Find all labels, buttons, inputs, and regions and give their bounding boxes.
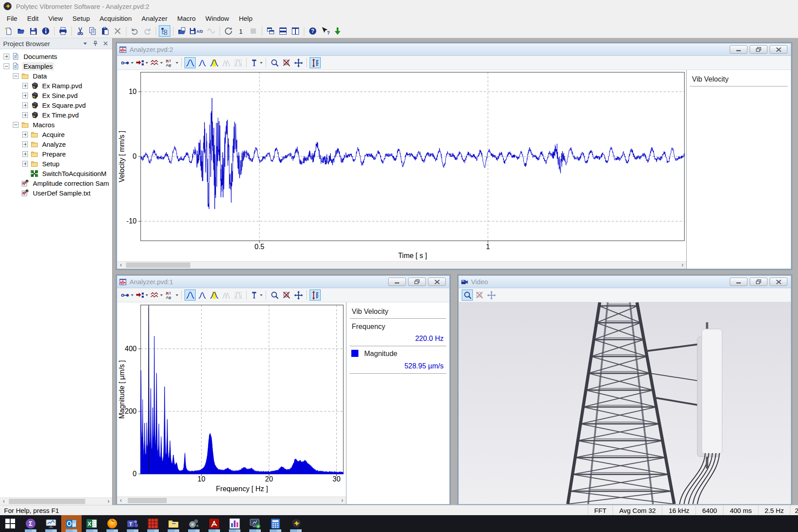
- bell-icon[interactable]: [185, 289, 196, 301]
- taskbar-firefox-app[interactable]: [102, 515, 122, 532]
- paste-icon[interactable]: [99, 25, 111, 37]
- scroll-left-icon[interactable]: ‹: [0, 498, 8, 505]
- cascade-windows-icon[interactable]: [265, 25, 276, 37]
- minimize-icon[interactable]: [730, 278, 747, 286]
- expand-icon[interactable]: [22, 112, 28, 118]
- expand-icon[interactable]: [4, 54, 9, 59]
- taskbar-outlook-app[interactable]: [61, 515, 82, 532]
- menu-item-view[interactable]: View: [43, 13, 67, 23]
- tree-item-ex-time-pvd[interactable]: Ex Time.pvd: [0, 110, 112, 120]
- taskbar-remote-desktop-app[interactable]: [245, 515, 265, 532]
- chevron-down-icon[interactable]: [145, 294, 148, 296]
- tree-item-ex-square-pvd[interactable]: Ex Square.pvd: [0, 100, 112, 110]
- menu-item-edit[interactable]: Edit: [22, 13, 43, 23]
- wave-icon[interactable]: [205, 25, 217, 37]
- bell-grey-icon[interactable]: [220, 57, 232, 68]
- taskbar-utility-app[interactable]: [184, 515, 204, 532]
- zoom-off-icon[interactable]: [281, 57, 292, 68]
- menu-item-macro[interactable]: Macro: [172, 13, 200, 23]
- tile-vertical-icon[interactable]: [290, 25, 301, 37]
- collapse-icon[interactable]: [13, 73, 19, 79]
- save-icon[interactable]: [28, 25, 39, 37]
- video-titlebar[interactable]: Video: [459, 276, 791, 288]
- taskbar-calculator-app[interactable]: [265, 515, 286, 532]
- expand-icon[interactable]: [22, 83, 28, 89]
- analyzer2-titlebar[interactable]: Analyzer.pvd:2: [117, 43, 791, 56]
- bell-yellow-icon[interactable]: [208, 57, 220, 68]
- delete-icon[interactable]: [112, 25, 123, 37]
- tree-item-switchtoacquisitionm[interactable]: SwitchToAcquisitionM: [0, 168, 112, 178]
- tree-item-userdef-sample-txt[interactable]: UserDef Sample.txt: [0, 188, 112, 198]
- menu-item-window[interactable]: Window: [200, 13, 234, 23]
- bell-cursor-icon[interactable]: [232, 57, 244, 68]
- acquisition-count-label[interactable]: 1: [235, 25, 247, 37]
- chevron-down-icon[interactable]: [160, 62, 163, 64]
- minimize-icon[interactable]: [388, 278, 406, 286]
- context-help-icon[interactable]: ?: [319, 25, 331, 37]
- taskbar-sigma-app[interactable]: Σ: [20, 515, 41, 532]
- project-browser-hscrollbar[interactable]: ‹›: [0, 497, 112, 505]
- scroll-thumb[interactable]: [9, 499, 85, 504]
- expand-icon[interactable]: [22, 161, 28, 167]
- print-icon[interactable]: [57, 25, 69, 37]
- zoom-off-icon[interactable]: [281, 289, 292, 301]
- scroll-left-icon[interactable]: ‹: [117, 497, 125, 504]
- scroll-right-icon[interactable]: ›: [105, 498, 112, 505]
- bell-icon[interactable]: [185, 57, 196, 68]
- run-macro-icon[interactable]: [332, 25, 343, 37]
- link-icon[interactable]: [120, 289, 134, 301]
- tree-item-macros[interactable]: Macros: [0, 120, 112, 129]
- pin-icon[interactable]: [249, 57, 263, 68]
- chevron-down-icon[interactable]: [260, 62, 263, 64]
- analyzer1-hscrollbar[interactable]: ‹›: [117, 497, 346, 504]
- tree-item-ex-ramp-pvd[interactable]: Ex Ramp.pvd: [0, 81, 112, 90]
- refresh-icon[interactable]: [223, 25, 234, 37]
- wave2-icon[interactable]: [149, 289, 163, 301]
- project-browser-toggle-icon[interactable]: [159, 25, 170, 37]
- expand-icon[interactable]: [22, 132, 28, 137]
- scroll-left-icon[interactable]: ‹: [117, 262, 125, 269]
- restore-icon[interactable]: [750, 45, 767, 54]
- pin-icon[interactable]: [249, 289, 263, 301]
- menu-item-analyzer[interactable]: Analyzer: [137, 13, 172, 23]
- zoom-icon[interactable]: [462, 289, 473, 301]
- chevron-down-icon[interactable]: [160, 294, 163, 296]
- bell-grey-icon[interactable]: [220, 289, 232, 301]
- yscale-icon[interactable]: [310, 57, 321, 68]
- taskbar-polytec-app[interactable]: [286, 515, 306, 532]
- spectrum-plot[interactable]: 0200400102030Frequency [ Hz ]Magnitude […: [117, 302, 346, 497]
- tree-item-amplitude-correction-sam[interactable]: Amplitude correction Sam: [0, 178, 112, 188]
- chevron-down-icon[interactable]: [260, 294, 263, 296]
- stop-icon[interactable]: [248, 25, 259, 37]
- taskbar-presentation-app[interactable]: [41, 515, 61, 532]
- chevron-down-icon[interactable]: [176, 62, 178, 64]
- expand-icon[interactable]: [22, 102, 28, 108]
- expand-icon[interactable]: [22, 141, 28, 147]
- menu-item-file[interactable]: File: [2, 13, 22, 23]
- pin-panel-icon[interactable]: [92, 40, 99, 47]
- minimize-icon[interactable]: [730, 45, 747, 54]
- analyzer2-hscrollbar[interactable]: ‹›: [117, 261, 686, 269]
- copy-icon[interactable]: [87, 25, 98, 37]
- taskbar-file-explorer-app[interactable]: [163, 515, 184, 532]
- zoom-off-icon[interactable]: [474, 289, 485, 301]
- yscale-icon[interactable]: [310, 289, 321, 301]
- close-icon[interactable]: [428, 278, 446, 286]
- taskbar-acrobat-app[interactable]: [204, 515, 224, 532]
- chevron-down-icon[interactable]: [176, 294, 178, 296]
- help-icon[interactable]: ?: [307, 25, 318, 37]
- taskbar-grid-app[interactable]: [143, 515, 163, 532]
- tree-item-analyze[interactable]: Analyze: [0, 139, 112, 149]
- collapse-icon[interactable]: [4, 63, 9, 69]
- wave2-icon[interactable]: [149, 57, 163, 68]
- redo-icon[interactable]: [142, 25, 153, 37]
- save-ad-icon[interactable]: A/D: [189, 25, 204, 37]
- riaphi-icon[interactable]: RIAφ: [164, 289, 179, 301]
- tree-item-setup[interactable]: Setup: [0, 159, 112, 168]
- cut-icon[interactable]: [75, 25, 86, 37]
- taskbar-teams-app[interactable]: T: [122, 515, 143, 532]
- marker-icon[interactable]: [135, 289, 149, 301]
- riaphi-icon[interactable]: RIAφ: [164, 57, 179, 68]
- zoom-icon[interactable]: [269, 57, 280, 68]
- close-panel-icon[interactable]: [102, 40, 109, 47]
